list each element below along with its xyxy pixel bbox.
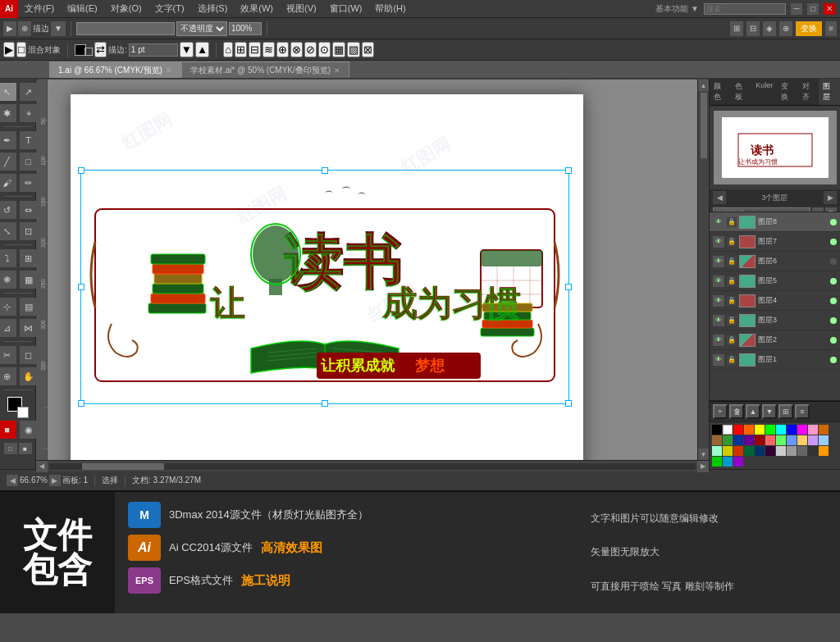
layer-1-lock[interactable]: 🔒	[727, 355, 737, 365]
opacity-input[interactable]	[229, 22, 262, 35]
swatch-darkgreen[interactable]	[723, 435, 733, 445]
swatch-magenta[interactable]	[797, 425, 807, 435]
close-button[interactable]: ✕	[824, 3, 835, 15]
handle-bl[interactable]	[78, 400, 84, 407]
swatch-cyan[interactable]	[776, 425, 786, 435]
eraser-tool[interactable]: ◻	[20, 346, 38, 364]
toolbar2-icon-11[interactable]: ⊠	[362, 42, 374, 57]
v-scroll-thumb[interactable]	[701, 93, 707, 158]
layers-panel-btn-1[interactable]: ◀	[713, 191, 726, 204]
layer-delete-btn[interactable]: 🗑	[729, 404, 744, 419]
lasso-tool[interactable]: ⌖	[20, 104, 38, 122]
swatch-lightblue[interactable]	[787, 435, 797, 445]
select-tool[interactable]: ↖	[0, 83, 16, 101]
mesh-tool[interactable]: ⊹	[0, 298, 16, 316]
toolbar2-icon-9[interactable]: ▦	[332, 42, 345, 57]
menu-object[interactable]: 对象(O)	[104, 2, 148, 15]
stroke-swap[interactable]: ⇄	[94, 42, 107, 57]
stroke-input[interactable]	[129, 43, 178, 57]
toolbar2-icon-7[interactable]: ⊘	[304, 42, 317, 57]
hand-tool[interactable]: ✋	[20, 367, 38, 385]
swatch-red[interactable]	[733, 425, 743, 435]
layer-8-eye[interactable]: 👁	[713, 216, 724, 228]
swatch-forest[interactable]	[744, 446, 754, 456]
v-scroll-up[interactable]: ▲	[698, 80, 709, 91]
toolbar2-icon-1[interactable]: ⌂	[223, 42, 233, 57]
swatch-lightgreen[interactable]	[776, 435, 786, 445]
layer-1-eye[interactable]: 👁	[713, 354, 724, 366]
toolbar-btn-2[interactable]: ⊕	[18, 21, 31, 36]
swatch-purple[interactable]	[744, 435, 754, 445]
pencil-tool[interactable]: ✏	[20, 174, 38, 192]
blend-mode-select[interactable]: 不透明度	[176, 21, 227, 36]
tab-swatch[interactable]: 色板	[731, 79, 752, 105]
handle-bc[interactable]	[322, 400, 328, 407]
tab-align[interactable]: 对齐	[798, 79, 819, 105]
toolbar2-icon-2[interactable]: ⊞	[235, 42, 247, 57]
menu-edit[interactable]: 编辑(E)	[61, 2, 104, 15]
swatch-orange[interactable]	[744, 425, 754, 435]
tab-kuler[interactable]: Kuler	[751, 79, 777, 105]
page-back-btn[interactable]: ◀	[7, 475, 18, 486]
direct-select-tool[interactable]: ↗	[20, 83, 38, 101]
tab-2-close[interactable]: ✕	[334, 66, 340, 75]
stroke-up[interactable]: ▲	[195, 42, 209, 57]
toolbar2-icon-10[interactable]: ▧	[347, 42, 360, 57]
h-scroll-right[interactable]: ▶	[697, 461, 709, 472]
free-transform-tool[interactable]: ⊞	[20, 249, 38, 267]
fullscreen-btn[interactable]: ■	[19, 443, 32, 454]
warp-tool[interactable]: ⤵	[0, 249, 16, 267]
swatch-black[interactable]	[712, 425, 722, 435]
layers-panel-btn-2[interactable]: ▶	[824, 191, 837, 204]
minimize-button[interactable]: ─	[791, 3, 802, 15]
menu-help[interactable]: 帮助(H)	[368, 2, 412, 15]
swatch-green[interactable]	[765, 425, 775, 435]
swatch-amber[interactable]	[819, 446, 829, 456]
layer-2-eye[interactable]: 👁	[713, 335, 724, 346]
handle-tc[interactable]	[322, 167, 328, 174]
layer-5-lock[interactable]: 🔒	[727, 276, 737, 286]
toolbar2-icon-5[interactable]: ⊕	[276, 42, 289, 57]
shear-tool[interactable]: ⊡	[20, 222, 38, 240]
layer-move-up-btn[interactable]: ▲	[746, 404, 760, 419]
symbol-tool[interactable]: ❋	[0, 271, 16, 289]
normal-view-btn[interactable]: □	[4, 443, 17, 454]
toolbar2-btn-2[interactable]: □	[16, 42, 26, 57]
swatch-blue[interactable]	[787, 425, 797, 435]
canvas-area[interactable]: 红图网 红图网 红图网 红图网 红图网 红图网 红图网 红图网 红图网	[48, 80, 697, 460]
swatch-pink[interactable]	[808, 425, 818, 435]
layer-row-8[interactable]: 👁 🔒 图层8	[710, 212, 840, 232]
swatch-maroon[interactable]	[765, 446, 775, 456]
swatch-charcoal[interactable]	[808, 446, 818, 456]
layer-row-2[interactable]: 👁 🔒 图层2	[710, 330, 840, 350]
swatch-yellow[interactable]	[755, 425, 765, 435]
tab-color[interactable]: 颜色	[710, 79, 731, 105]
stroke-box[interactable]	[17, 407, 29, 418]
layer-5-eye[interactable]: 👁	[713, 275, 724, 287]
toolbar-icon-4[interactable]: ⊕	[779, 21, 792, 36]
menu-file[interactable]: 文件(F)	[18, 2, 61, 15]
layer-3-eye[interactable]: 👁	[713, 315, 724, 326]
pen-tool[interactable]: ✒	[0, 131, 16, 149]
screen-mode[interactable]: ◉	[20, 421, 38, 439]
v-scroll-down[interactable]: ▼	[698, 448, 709, 460]
tab-transform[interactable]: 变换	[777, 79, 798, 105]
swatch-teal[interactable]	[723, 457, 733, 467]
toolbar2-btn-1[interactable]: ▶	[3, 42, 15, 57]
type-tool[interactable]: T	[20, 131, 38, 149]
layer-8-lock[interactable]: 🔒	[727, 217, 737, 227]
v-scrollbar[interactable]: ▲ ▼	[697, 80, 709, 460]
swatch-lavender[interactable]	[808, 435, 818, 445]
layer-2-lock[interactable]: 🔒	[727, 335, 737, 345]
h-scroll-left[interactable]: ◀	[36, 461, 48, 472]
menu-select[interactable]: 选择(S)	[191, 2, 235, 15]
layer-6-lock[interactable]: 🔒	[727, 257, 737, 266]
swatch-navy[interactable]	[755, 446, 765, 456]
layer-row-5[interactable]: 👁 🔒 图层5	[710, 271, 840, 291]
tab-layers[interactable]: 图层	[819, 79, 840, 105]
toolbar-icon-3[interactable]: ◈	[763, 21, 776, 36]
blend-tool[interactable]: ⋈	[20, 319, 38, 337]
menu-window[interactable]: 窗口(W)	[323, 2, 369, 15]
eyedropper-tool[interactable]: ⊿	[0, 319, 16, 337]
page-forward-btn[interactable]: ▶	[49, 475, 61, 486]
